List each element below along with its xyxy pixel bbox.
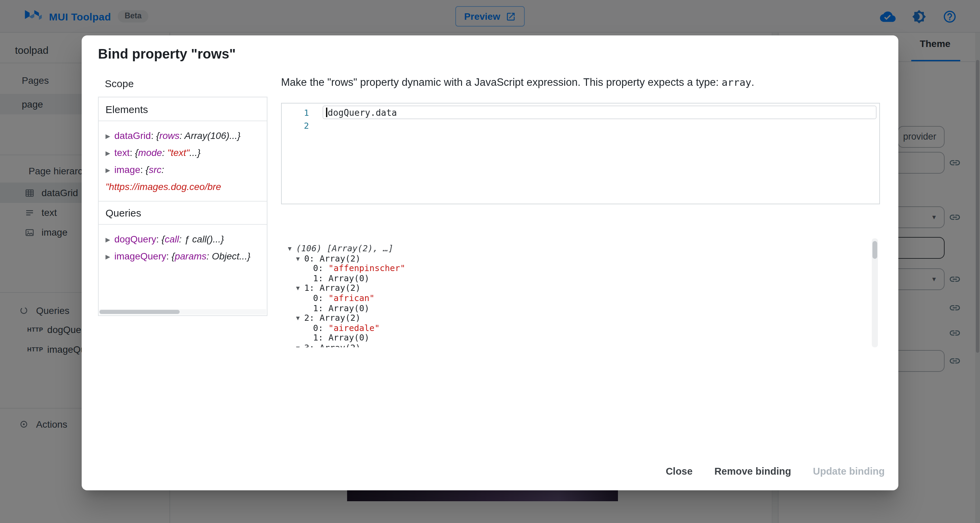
preview-leaf-row: 1: Array(0)	[281, 333, 870, 343]
preview-group-row[interactable]: ▼1: Array(2)	[281, 284, 870, 293]
bind-property-dialog: Bind property "rows" Scope Elements ▶dat…	[82, 35, 898, 490]
preview-leaf-row: 1: Array(0)	[281, 303, 870, 313]
expand-arrow-icon[interactable]: ▶	[105, 145, 115, 161]
preview-root-row[interactable]: ▼(106) [Array(2), …]	[281, 244, 870, 254]
editor-gutter: 1 2	[282, 104, 314, 204]
preview-group-row[interactable]: ▼3: Array(2)	[281, 343, 870, 347]
scope-query-imagequery[interactable]: ▶imageQuery: {params: Object...}	[105, 248, 260, 265]
scope-label: Scope	[105, 78, 134, 89]
preview-leaf-row: 0: "affenpinscher"	[281, 263, 870, 273]
update-binding-button[interactable]: Update binding	[813, 466, 885, 477]
collapse-arrow-icon[interactable]: ▼	[296, 284, 304, 293]
scrollbar-thumb[interactable]	[99, 310, 180, 314]
scrollbar-thumb[interactable]	[872, 241, 877, 259]
horizontal-scrollbar[interactable]	[99, 309, 266, 315]
line-number: 1	[282, 106, 314, 119]
line-number: 2	[282, 119, 314, 132]
elements-tree: ▶dataGrid: {rows: Array(106)...} ▶text: …	[99, 121, 267, 195]
expand-arrow-icon[interactable]: ▶	[105, 231, 115, 248]
js-expression-editor[interactable]: 1 2 dogQuery.data	[281, 103, 880, 204]
scope-query-dogquery[interactable]: ▶dogQuery: {call: ƒ call()...}	[105, 231, 260, 248]
preview-leaf-row: 0: "airedale"	[281, 324, 870, 333]
preview-scrollbar[interactable]	[872, 238, 878, 347]
dialog-title: Bind property "rows"	[98, 46, 236, 62]
dialog-actions: Close Remove binding Update binding	[666, 458, 885, 485]
preview-group-row[interactable]: ▼0: Array(2)	[281, 254, 870, 263]
editor-content[interactable]: dogQuery.data	[314, 104, 879, 204]
preview-group-row[interactable]: ▼2: Array(2)	[281, 313, 870, 323]
elements-header: Elements	[99, 97, 267, 121]
close-button[interactable]: Close	[666, 466, 692, 477]
screen: MUI Toolpad Beta Preview toolpad Pages	[0, 0, 980, 523]
queries-header: Queries	[99, 201, 267, 225]
dialog-instruction: Make the "rows" property dynamic with a …	[281, 76, 880, 89]
remove-binding-button[interactable]: Remove binding	[714, 466, 791, 477]
preview-leaf-row: 0: "african"	[281, 293, 870, 303]
collapse-arrow-icon[interactable]: ▼	[296, 254, 304, 263]
text-cursor	[326, 108, 327, 117]
queries-tree: ▶dogQuery: {call: ƒ call()...} ▶imageQue…	[99, 225, 267, 265]
expand-arrow-icon[interactable]: ▶	[105, 162, 115, 179]
collapse-arrow-icon[interactable]: ▼	[296, 343, 304, 347]
code-line[interactable]: dogQuery.data	[314, 106, 879, 119]
expand-arrow-icon[interactable]: ▶	[105, 249, 115, 265]
expression-result-preview: ▼(106) [Array(2), …] ▼0: Array(2) 0: "af…	[281, 244, 870, 347]
collapse-arrow-icon[interactable]: ▼	[288, 244, 296, 254]
expand-arrow-icon[interactable]: ▶	[105, 128, 115, 144]
preview-leaf-row: 1: Array(0)	[281, 274, 870, 284]
scope-element-image[interactable]: ▶image: {src: "https://images.dog.ceo/br…	[105, 161, 260, 195]
scope-element-text[interactable]: ▶text: {mode: "text"...}	[105, 144, 260, 161]
scope-explorer: Elements ▶dataGrid: {rows: Array(106)...…	[98, 97, 267, 316]
collapse-arrow-icon[interactable]: ▼	[296, 313, 304, 323]
scope-element-datagrid[interactable]: ▶dataGrid: {rows: Array(106)...}	[105, 128, 260, 144]
